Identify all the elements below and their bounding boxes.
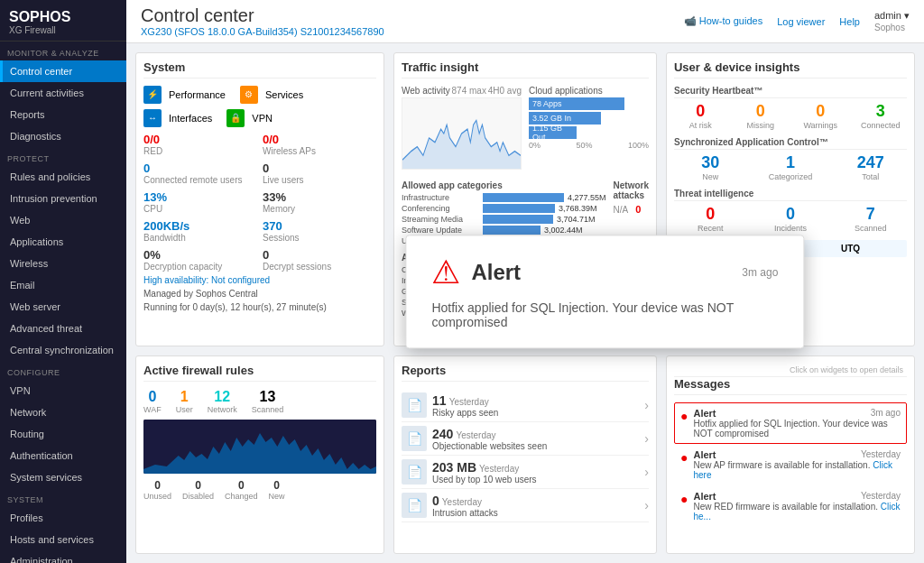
sidebar-item-profiles[interactable]: Profiles (0, 507, 126, 529)
utq-section[interactable]: UTQ (794, 240, 907, 257)
message-desc: Hotfix applied for SQL Injection. Your d… (693, 419, 901, 438)
how-to-guides-link[interactable]: 📹 How-to guides (684, 15, 762, 27)
sidebar-item-central-sync[interactable]: Central synchronization (0, 339, 126, 361)
sidebar-item-advanced-threat[interactable]: Advanced threat (0, 318, 126, 339)
main-area: Control center XG230 (SFOS 18.0.0 GA-Bui… (126, 0, 924, 563)
system-panel: System ⚡ Performance ⚙ Services ↔ Interf… (135, 52, 384, 346)
cloud-bar: 3.52 GB In (529, 112, 601, 125)
reports-title: Reports (402, 364, 649, 382)
services-item[interactable]: ⚙ Services (240, 86, 303, 104)
bandwidth-stat: 200KB/s Bandwidth (143, 219, 257, 243)
heartbeat-stats: 0At risk0Missing0Warnings3Connected (674, 102, 907, 130)
report-icon: 📄 (402, 459, 427, 485)
vpn-item[interactable]: 🔒 VPN (226, 109, 273, 127)
sidebar-item-rules-and-policies[interactable]: Rules and policies (0, 166, 126, 188)
performance-icon: ⚡ (143, 86, 162, 104)
help-link[interactable]: Help (839, 16, 860, 27)
alert-body: Hotfix applied for SQL Injection. Your d… (431, 300, 778, 329)
log-viewer-link[interactable]: Log viewer (777, 16, 825, 27)
report-item[interactable]: 📄 240 Yesterday Objectionable websites s… (402, 422, 649, 456)
system-mid-icons: ↔ Interfaces 🔒 VPN (143, 109, 376, 127)
sidebar-item-administration[interactable]: Administration (0, 550, 126, 563)
firewall-panel: Active firewall rules 0WAF1User12Network… (135, 355, 384, 554)
message-dot: ● (680, 409, 688, 438)
sidebar-item-wireless[interactable]: Wireless (0, 253, 126, 274)
message-item[interactable]: ● Alert 3m ago Hotfix applied for SQL In… (674, 402, 907, 444)
messages-panel: Click on widgets to open details Message… (666, 355, 915, 554)
traffic-title: Traffic insight (402, 60, 649, 78)
sidebar-item-current-activities[interactable]: Current activities (0, 82, 126, 104)
sync-stats: 30New1Categorized247Total (674, 153, 907, 181)
services-icon: ⚙ (240, 86, 258, 104)
message-dot: ● (680, 450, 688, 480)
ha-value[interactable]: Not configured (211, 275, 270, 285)
sidebar-section-label: System (0, 488, 126, 507)
performance-item[interactable]: ⚡ Performance (143, 86, 226, 104)
web-activity-chart[interactable] (402, 97, 522, 170)
uptime-line: Running for 0 day(s), 12 hour(s), 27 min… (143, 302, 376, 312)
red-stat: 0/0 RED (143, 133, 257, 156)
app-cat-item: Infrastructure4,277.55M (402, 193, 606, 202)
web-activity-label: Web activity (402, 86, 450, 96)
sidebar-item-intrusion-prevention[interactable]: Intrusion prevention (0, 188, 126, 209)
fw-stat: 1User (176, 389, 193, 414)
report-icon: 📄 (402, 493, 427, 518)
messages-list: ● Alert 3m ago Hotfix applied for SQL In… (674, 402, 907, 527)
report-item[interactable]: 📄 203 MB Yesterday Used by top 10 web us… (402, 456, 649, 489)
topbar-left: Control center XG230 (SFOS 18.0.0 GA-Bui… (141, 5, 384, 37)
app-cat-item: Streaming Media3,704.71M (402, 215, 606, 224)
fw-stat: 13Scanned (252, 389, 284, 414)
sidebar-item-email[interactable]: Email (0, 274, 126, 296)
svg-marker-0 (402, 120, 521, 169)
cpu-stat: 13% CPU (143, 190, 257, 214)
topbar-right: 📹 How-to guides Log viewer Help admin ▾ … (684, 10, 910, 32)
sidebar-item-hosts-and-services[interactable]: Hosts and services (0, 529, 126, 550)
message-dot: ● (680, 492, 688, 521)
admin-menu[interactable]: admin ▾ Sophos (874, 10, 910, 32)
report-item[interactable]: 📄 0 Yesterday Intrusion attacks › (402, 489, 649, 522)
sidebar-item-authentication[interactable]: Authentication (0, 445, 126, 466)
message-link[interactable]: Click here (693, 460, 892, 480)
report-arrow: › (644, 431, 649, 446)
sidebar-item-web[interactable]: Web (0, 209, 126, 231)
sidebar-logo: SOPHOS XG Firewall (0, 0, 126, 42)
sidebar-item-network[interactable]: Network (0, 401, 126, 423)
threat-stat: 0Incidents (754, 205, 827, 233)
sidebar-item-control-center[interactable]: Control center (0, 60, 126, 82)
app-cat-title: Allowed app categories (402, 180, 606, 190)
message-item[interactable]: ● Alert Yesterday New RED firmware is av… (674, 485, 907, 527)
sidebar-item-reports[interactable]: Reports (0, 104, 126, 125)
message-content: Alert 3m ago Hotfix applied for SQL Inje… (693, 408, 901, 438)
live-users-stat: 0 Live users (263, 162, 376, 185)
alert-icon: ⚠ (431, 254, 460, 291)
alert-title: Alert (471, 260, 731, 285)
message-desc: New AP firmware is available for install… (693, 460, 901, 480)
alert-header: ⚠ Alert 3m ago (431, 254, 778, 291)
message-time: Yesterday (861, 449, 901, 460)
web-avg: 4H0 avg (488, 86, 522, 96)
topbar: Control center XG230 (SFOS 18.0.0 GA-Bui… (126, 0, 924, 43)
sidebar-item-vpn[interactable]: VPN (0, 380, 126, 401)
sidebar-item-web-server[interactable]: Web server (0, 296, 126, 318)
firewall-bottom-stats: 0Unused0Disabled0Changed0New (143, 479, 376, 501)
heartbeat-stat: 0At risk (674, 102, 727, 130)
sidebar-item-system-services[interactable]: System services (0, 466, 126, 488)
firewall-stats: 0WAF1User12Network13Scanned (143, 389, 376, 414)
alert-overlay[interactable]: ⚠ Alert 3m ago Hotfix applied for SQL In… (405, 235, 804, 348)
message-item[interactable]: ● Alert Yesterday New AP firmware is ava… (674, 444, 907, 485)
cloud-bar: 1.15 GB Out (529, 126, 577, 139)
firewall-chart[interactable] (143, 420, 376, 474)
report-item[interactable]: 📄 11 Yesterday Risky apps seen › (402, 389, 649, 422)
interfaces-item[interactable]: ↔ Interfaces (143, 109, 212, 127)
sidebar-item-applications[interactable]: Applications (0, 231, 126, 253)
sidebar: SOPHOS XG Firewall Monitor & AnalyzeCont… (0, 0, 126, 563)
message-link[interactable]: Click he... (693, 502, 900, 521)
system-stats-grid: 0/0 RED 0/0 Wireless APs 0 Connected rem… (143, 133, 376, 272)
message-title: Alert Yesterday (693, 449, 901, 460)
sidebar-item-routing[interactable]: Routing (0, 423, 126, 445)
fw-stat: 0WAF (143, 389, 162, 414)
heartbeat-stat: 0Missing (734, 102, 787, 130)
message-title: Alert Yesterday (693, 491, 901, 502)
sidebar-item-diagnostics[interactable]: Diagnostics (0, 125, 126, 147)
sessions-stat: 370 Sessions (263, 219, 376, 243)
